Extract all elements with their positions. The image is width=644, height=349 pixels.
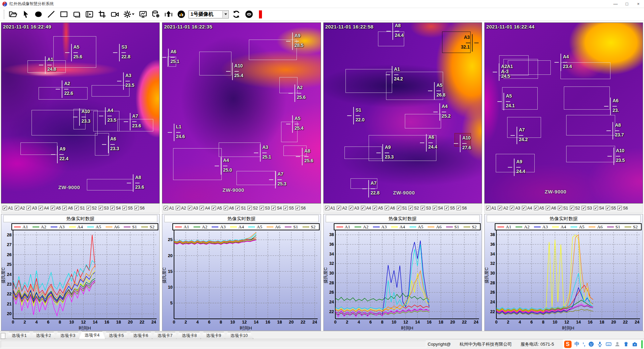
emoji-icon[interactable] (588, 341, 594, 347)
roi-checkbox-a4[interactable]: ✔A4 (200, 206, 210, 211)
tab-3[interactable]: 选项卡3 (55, 332, 81, 339)
tab-scroll-stub[interactable] (1, 333, 5, 339)
select-cursor-button[interactable] (20, 9, 31, 20)
roi-checkbox-a2[interactable]: ✔A2 (15, 206, 25, 211)
roi-checkbox-a2[interactable]: ✔A2 (176, 206, 186, 211)
svg-text:2: 2 (346, 319, 348, 325)
roi-checkbox-s1[interactable]: ✔S1 (74, 206, 85, 211)
punctuation-icon[interactable]: ’, (583, 341, 585, 347)
tab-8[interactable]: 选项卡8 (176, 332, 202, 339)
roi-checkbox-a1[interactable]: ✔A1 (325, 206, 335, 211)
tab-10[interactable]: 选项卡10 (225, 332, 253, 339)
roi-checkbox-a3[interactable]: ✔A3 (26, 206, 37, 211)
roi-checkbox-s4[interactable]: ✔S4 (433, 206, 443, 211)
svg-text:摄氏度C: 摄氏度C (162, 267, 167, 284)
tab-2[interactable]: 选项卡2 (30, 332, 56, 339)
draw-region-button[interactable] (71, 9, 82, 20)
roi-checkbox-s1[interactable]: ✔S1 (397, 206, 407, 211)
roi-checkbox-s2[interactable]: ✔S2 (87, 206, 97, 211)
roi-checkbox-s6[interactable]: ✔S6 (618, 206, 628, 211)
roi-checkbox-s2[interactable]: ✔S2 (409, 206, 419, 211)
roi-checkbox-s6[interactable]: ✔S6 (457, 206, 467, 211)
roi-checkbox-a5[interactable]: ✔A5 (212, 206, 222, 211)
database-settings-button[interactable] (150, 9, 161, 20)
chinese-input-icon[interactable]: 中 (575, 341, 580, 347)
sogou-logo[interactable]: S (564, 341, 572, 348)
roi-checkbox-s5[interactable]: ✔S5 (283, 206, 294, 211)
roi-checkbox-s3[interactable]: ✔S3 (421, 206, 431, 211)
toolbox-icon[interactable] (632, 341, 638, 347)
camera-select[interactable]: 1号摄像机 (189, 10, 229, 18)
roi-checkbox-s4[interactable]: ✔S4 (110, 206, 121, 211)
export-upload-button[interactable] (163, 9, 174, 20)
tab-1[interactable]: 选项卡1 (6, 332, 32, 339)
open-file-button[interactable] (7, 9, 18, 20)
svg-text:10: 10 (391, 319, 396, 325)
maximize-button[interactable]: □ (621, 0, 633, 8)
roi-checkbox-s3[interactable]: ✔S3 (260, 206, 270, 211)
roi-checkbox-a3[interactable]: ✔A3 (510, 206, 520, 211)
svg-text:摄氏度C: 摄氏度C (324, 267, 328, 284)
microphone-icon[interactable] (597, 341, 603, 347)
close-button[interactable]: × (633, 0, 644, 8)
roi-checkbox-a1[interactable]: ✔A1 (3, 206, 13, 211)
roi-checkbox-a4[interactable]: ✔A4 (361, 206, 371, 211)
roi-checkbox-s6[interactable]: ✔S6 (296, 206, 306, 211)
roi-checkbox-a4[interactable]: ✔A4 (39, 206, 49, 211)
roi-checkbox-s5[interactable]: ✔S5 (122, 206, 133, 211)
skin-icon[interactable] (623, 341, 629, 347)
tab-4[interactable]: 选项卡4 (79, 331, 105, 339)
tab-9[interactable]: 选项卡9 (201, 332, 227, 339)
roi-checkbox-a5[interactable]: ✔A5 (373, 206, 383, 211)
roi-checkbox-a5[interactable]: ✔A5 (534, 206, 544, 211)
roi-checkbox-s4[interactable]: ✔S4 (271, 206, 282, 211)
tab-6[interactable]: 选项卡6 (127, 332, 154, 339)
tab-7[interactable]: 选项卡7 (152, 332, 178, 339)
settings-gear-button[interactable] (122, 9, 136, 20)
svg-text:时间H: 时间H (240, 326, 252, 331)
display-analysis-button[interactable] (138, 9, 148, 20)
crop-tool-button[interactable] (97, 9, 107, 20)
roi-checkbox-a6[interactable]: ✔A6 (385, 206, 395, 211)
roi-checkbox-a2[interactable]: ✔A2 (498, 206, 508, 211)
roi-checkbox-a6[interactable]: ✔A6 (546, 206, 556, 211)
roi-checkbox-s3[interactable]: ✔S3 (99, 206, 109, 211)
roi-checkbox-a3[interactable]: ✔A3 (349, 206, 359, 211)
roi-checkbox-a1[interactable]: ✔A1 (164, 206, 174, 211)
profile-icon[interactable] (614, 341, 620, 347)
keyboard-icon[interactable] (606, 341, 611, 347)
roi-checkbox-a6[interactable]: ✔A6 (224, 206, 234, 211)
svg-text:26: 26 (490, 290, 495, 295)
draw-ellipse-button[interactable] (33, 9, 44, 20)
roi-checkbox-a2[interactable]: ✔A2 (337, 206, 347, 211)
roi-checkbox-s6[interactable]: ✔S6 (135, 206, 145, 211)
roi-checkbox-s4[interactable]: ✔S4 (594, 206, 604, 211)
tab-5[interactable]: 选项卡5 (103, 332, 129, 339)
roi-checkbox-a1[interactable]: ✔A1 (486, 206, 496, 211)
svg-text:时间H: 时间H (401, 326, 413, 331)
roi-checkbox-s1[interactable]: ✔S1 (558, 206, 568, 211)
refresh-button[interactable] (231, 9, 241, 20)
camera-panel: 2021-11-01 16:22:49 ZW-9000 A124.8A525.6… (1, 22, 160, 331)
roi-checkbox-a5[interactable]: ✔A5 (51, 206, 61, 211)
roi-checkbox-s5[interactable]: ✔S5 (606, 206, 616, 211)
select-dropdown-button[interactable] (222, 11, 228, 18)
draw-rectangle-button[interactable] (58, 9, 69, 20)
roi-checkbox-s1[interactable]: ✔S1 (235, 206, 246, 211)
device-monitor-button[interactable] (244, 9, 254, 20)
statistics-report-button[interactable] (176, 9, 186, 20)
draw-line-button[interactable] (46, 9, 56, 20)
video-camera-button[interactable] (109, 9, 120, 20)
roi-checkbox-s2[interactable]: ✔S2 (248, 206, 258, 211)
roi-checkbox-s2[interactable]: ✔S2 (570, 206, 580, 211)
video-playback-button[interactable] (84, 9, 95, 20)
minimize-button[interactable]: — (610, 0, 621, 8)
roi-checkbox-a3[interactable]: ✔A3 (188, 206, 198, 211)
roi-checkbox-a6[interactable]: ✔A6 (62, 206, 73, 211)
svg-text:36: 36 (329, 242, 334, 247)
svg-text:16: 16 (427, 319, 431, 325)
svg-text:22: 22 (329, 309, 334, 314)
roi-checkbox-a4[interactable]: ✔A4 (522, 206, 532, 211)
roi-checkbox-s3[interactable]: ✔S3 (582, 206, 592, 211)
roi-checkbox-s5[interactable]: ✔S5 (444, 206, 455, 211)
